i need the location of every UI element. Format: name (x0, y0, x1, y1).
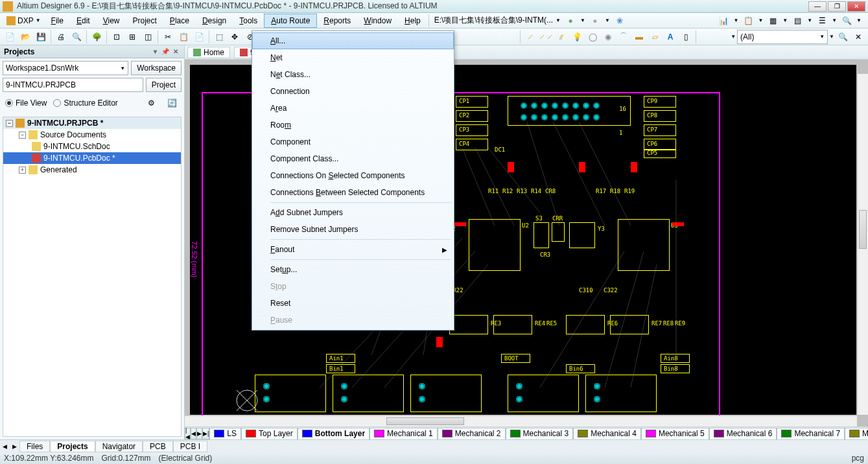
place-component-icon[interactable]: ▯ (679, 30, 693, 44)
zoom-select-icon[interactable]: ◫ (141, 30, 155, 44)
layer-m6[interactable]: Mechanical 6 (709, 428, 777, 439)
menu-window[interactable]: Window (357, 14, 398, 28)
layer-bottom[interactable]: Bottom Layer (298, 428, 369, 439)
place-pad-icon[interactable]: ◯ (585, 30, 600, 44)
project-tree[interactable]: − 9-INTMCU.PRJPCB * 📄 − Source Documents… (3, 117, 182, 437)
tool-list-icon[interactable]: 📋 (741, 14, 755, 28)
layer-m2[interactable]: Mechanical 2 (438, 428, 506, 439)
btab-nav[interactable]: ◀▶ (0, 443, 19, 450)
open-icon[interactable]: 📂 (18, 30, 32, 44)
tool-chart-icon[interactable]: 📊 (716, 14, 731, 28)
menu-area[interactable]: Area (252, 100, 454, 117)
vertical-scrollbar[interactable] (857, 74, 868, 415)
place-string-icon[interactable]: A (663, 30, 677, 44)
print-icon[interactable]: 🖨 (54, 30, 68, 44)
layer-m3[interactable]: Mechanical 3 (506, 428, 574, 439)
maximize-button[interactable]: ❐ (828, 1, 846, 12)
layer-m7[interactable]: Mechanical 7 (777, 428, 845, 439)
tree-source-docs[interactable]: − Source Documents (3, 129, 181, 141)
route-diff-icon[interactable]: ⫽ (554, 30, 569, 44)
btab-pcb[interactable]: PCB (143, 441, 173, 452)
nav-fwd-icon[interactable]: ● (588, 14, 602, 28)
panel-refresh-icon[interactable]: 🔄 (165, 96, 179, 110)
menu-net[interactable]: Net (252, 49, 454, 66)
move-icon[interactable]: ✥ (228, 30, 242, 44)
menu-auto-route[interactable]: Auto Route (264, 14, 317, 28)
project-button[interactable]: Project (146, 78, 182, 92)
tree-schdoc[interactable]: 9-INTMCU.SchDoc 📄 (3, 141, 181, 152)
preview-icon[interactable]: 🔍 (69, 30, 84, 44)
layer-ls[interactable]: LS (209, 428, 241, 439)
btab-projects[interactable]: Projects (50, 441, 95, 452)
tree-pcbdoc[interactable]: 9-INTMCU.PcbDoc * 📄 (3, 152, 181, 164)
menu-design[interactable]: Design (196, 14, 233, 28)
menu-room[interactable]: Room (252, 117, 454, 133)
tool-align-icon[interactable]: ☰ (815, 14, 829, 28)
menu-view[interactable]: View (97, 14, 126, 28)
layer-m1[interactable]: Mechanical 1 (369, 428, 438, 439)
tool-find-icon[interactable]: 🔍 (839, 14, 854, 28)
tree-generated[interactable]: + Generated (3, 164, 181, 176)
menu-component[interactable]: Component (252, 133, 454, 150)
menu-all[interactable]: All... (252, 32, 454, 49)
clear-filter-icon[interactable]: ✕ (851, 30, 865, 44)
tool-grid-icon[interactable]: ▦ (766, 14, 780, 28)
find-icon[interactable]: 🔍 (836, 30, 850, 44)
minimize-button[interactable]: — (808, 1, 827, 12)
dxp-menu[interactable]: DXP ▼ (3, 16, 45, 25)
tool-layers-icon[interactable]: ▤ (790, 14, 804, 28)
layer-mec[interactable]: Mec (845, 428, 868, 439)
place-poly-icon[interactable]: ▱ (648, 30, 662, 44)
close-button[interactable]: ✕ (847, 1, 865, 12)
menu-add-jumpers[interactable]: Add Subnet Jumpers (252, 204, 454, 221)
panel-close-icon[interactable]: ✕ (171, 47, 180, 56)
paste-icon[interactable]: 📄 (192, 30, 206, 44)
filter-combo[interactable]: (All)▼ (737, 30, 828, 44)
hierarchy-icon[interactable]: 🌳 (89, 30, 104, 44)
nav-back-icon[interactable]: ● (563, 14, 578, 28)
light-icon[interactable]: 💡 (570, 30, 584, 44)
new-icon[interactable]: 📄 (3, 30, 17, 44)
menu-connection[interactable]: Connection (252, 83, 454, 100)
menu-net-class[interactable]: Net Class... (252, 66, 454, 83)
menu-reset[interactable]: Reset (252, 295, 454, 312)
menu-conn-on-sel[interactable]: Connections On Selected Components (252, 167, 454, 184)
cut-icon[interactable]: ✂ (161, 30, 175, 44)
layer-nav[interactable]: |◀◀▶▶| (185, 428, 209, 439)
menu-file[interactable]: File (45, 14, 70, 28)
radio-file-view[interactable]: File View (5, 99, 47, 108)
btab-pcbi[interactable]: PCB I (173, 441, 207, 452)
save-icon[interactable]: 💾 (34, 30, 48, 44)
menu-component-class[interactable]: Component Class... (252, 150, 454, 167)
project-field[interactable]: 9-INTMCU.PRJPCB (3, 78, 143, 92)
menu-place[interactable]: Place (163, 14, 196, 28)
tree-project[interactable]: − 9-INTMCU.PRJPCB * 📄 (3, 117, 181, 129)
btab-navigator[interactable]: Navigator (95, 441, 143, 452)
workspace-button[interactable]: Workspace (131, 61, 182, 75)
panel-pin-icon[interactable]: 📌 (161, 47, 170, 56)
menu-project[interactable]: Project (126, 14, 163, 28)
menu-conn-between[interactable]: Connections Between Selected Components (252, 184, 454, 201)
btab-files[interactable]: Files (19, 441, 50, 452)
place-fill-icon[interactable]: ▬ (632, 30, 646, 44)
menu-help[interactable]: Help (398, 14, 427, 28)
menu-reports[interactable]: Reports (317, 14, 357, 28)
menu-fanout[interactable]: Fanout▶ (252, 241, 454, 258)
tab-home[interactable]: Home (187, 47, 230, 58)
layer-m4[interactable]: Mechanical 4 (573, 428, 641, 439)
select-icon[interactable]: ⬚ (212, 30, 226, 44)
zoom-fit-icon[interactable]: ⊞ (125, 30, 139, 44)
menu-setup[interactable]: Setup... (252, 261, 454, 278)
layer-m5[interactable]: Mechanical 5 (641, 428, 709, 439)
menu-remove-jumpers[interactable]: Remove Subnet Jumpers (252, 221, 454, 238)
workspace-combo[interactable]: Workspace1.DsnWrk▼ (3, 61, 128, 75)
menu-tools[interactable]: Tools (233, 14, 264, 28)
nav-home-icon[interactable]: ❀ (613, 14, 627, 28)
copy-icon[interactable]: 📋 (176, 30, 191, 44)
route-interactive-icon[interactable]: ⟋⟋ (539, 30, 553, 44)
horizontal-scrollbar[interactable] (185, 415, 857, 426)
place-via-icon[interactable]: ◉ (601, 30, 615, 44)
zoom-area-icon[interactable]: ⊡ (110, 30, 124, 44)
menu-edit[interactable]: Edit (70, 14, 97, 28)
place-arc-icon[interactable]: ⌒ (616, 30, 631, 44)
